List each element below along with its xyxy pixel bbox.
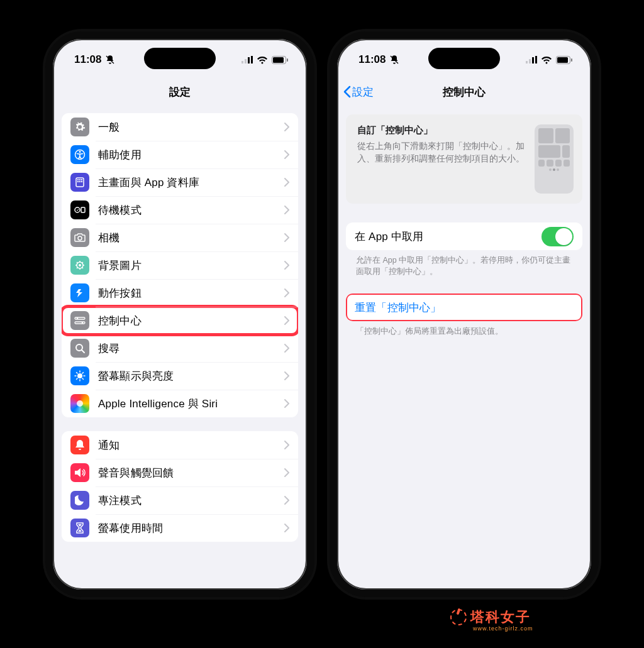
- bell-slash-icon: [105, 55, 115, 65]
- row-standby[interactable]: 待機模式: [62, 196, 298, 224]
- row-general[interactable]: 一般: [62, 113, 298, 141]
- customize-desc: 從右上角向下滑動來打開「控制中心」。加入、重新排列和調整任何控制項目的大小。: [357, 140, 526, 165]
- row-screentime[interactable]: 螢幕使用時間: [62, 514, 298, 542]
- row-label: 主畫面與 App 資料庫: [98, 175, 284, 190]
- row-homescreen[interactable]: 主畫面與 App 資料庫: [62, 168, 298, 196]
- chevron-right-icon: [284, 399, 289, 408]
- camera-icon: [70, 228, 89, 247]
- status-time: 11:08: [74, 53, 101, 66]
- chevron-right-icon: [284, 206, 289, 214]
- chevron-left-icon: [343, 85, 351, 98]
- row-wallpaper[interactable]: 背景圖片: [62, 251, 298, 279]
- svg-rect-5: [273, 57, 284, 63]
- cellular-icon: [526, 56, 537, 63]
- watermark-icon: [450, 609, 467, 625]
- svg-point-27: [77, 400, 83, 407]
- watermark: 塔科女子 www.tech-girlz.com: [450, 608, 531, 627]
- chevron-right-icon: [284, 123, 289, 131]
- svg-rect-17: [81, 207, 85, 212]
- row-label: 背景圖片: [98, 258, 284, 273]
- chevron-right-icon: [284, 288, 289, 297]
- svg-point-18: [78, 236, 82, 240]
- svg-rect-6: [287, 58, 288, 62]
- svg-rect-31: [535, 56, 537, 63]
- svg-rect-21: [75, 317, 85, 319]
- row-siri[interactable]: Apple Intelligence 與 Siri: [62, 390, 298, 417]
- row-label: 一般: [98, 120, 284, 135]
- dynamic-island: [428, 48, 500, 69]
- row-label: 螢幕使用時間: [98, 521, 284, 535]
- row-reset-control-center[interactable]: 重置「控制中心」: [346, 294, 582, 321]
- row-label: 螢幕顯示與亮度: [98, 369, 284, 383]
- svg-point-8: [79, 151, 81, 153]
- standby-icon: [70, 200, 89, 219]
- row-access-in-apps[interactable]: 在 App 中取用: [346, 222, 582, 250]
- row-label: 在 App 中取用: [355, 229, 541, 244]
- chevron-right-icon: [284, 178, 289, 187]
- reset-group: 重置「控制中心」: [346, 294, 582, 321]
- row-display[interactable]: 螢幕顯示與亮度: [62, 362, 298, 390]
- customize-card[interactable]: 自訂「控制中心」 從右上角向下滑動來打開「控制中心」。加入、重新排列和調整任何控…: [346, 114, 582, 204]
- navbar: 設定 控制中心: [337, 78, 591, 106]
- back-button[interactable]: 設定: [343, 78, 374, 106]
- wallpaper-icon: [70, 256, 89, 275]
- chevron-right-icon: [284, 150, 289, 159]
- control-center-icon: [70, 311, 89, 330]
- toggle-switch[interactable]: [541, 227, 574, 246]
- status-time: 11:08: [358, 53, 386, 66]
- settings-group-1: 一般 輔助使用 主畫面與 App 資料庫 待機模式: [62, 113, 298, 417]
- row-focus[interactable]: 專注模式: [62, 486, 298, 514]
- dynamic-island: [144, 48, 216, 69]
- speaker-icon: [70, 463, 89, 482]
- hourglass-icon: [70, 519, 89, 537]
- row-label: 重置「控制中心」: [355, 300, 574, 315]
- row-label: 專注模式: [98, 493, 284, 508]
- action-button-icon: [70, 283, 89, 302]
- customize-title: 自訂「控制中心」: [357, 124, 526, 136]
- chevron-right-icon: [284, 524, 289, 532]
- svg-point-16: [75, 207, 80, 212]
- svg-rect-34: [571, 58, 572, 62]
- row-notifications[interactable]: 通知: [62, 431, 298, 459]
- row-camera[interactable]: 相機: [62, 224, 298, 251]
- bell-slash-icon: [389, 55, 399, 65]
- chevron-right-icon: [284, 496, 289, 505]
- reset-footer: 「控制中心」佈局將重置為出廠預設值。: [346, 321, 582, 337]
- app-grid-icon: [70, 173, 89, 192]
- chevron-right-icon: [284, 441, 289, 449]
- svg-rect-0: [242, 61, 243, 63]
- phone-control-center: 11:08 設定 控制中心 自訂「控制中心」 從右上角向下滑動來打開「控制中心」…: [330, 31, 599, 597]
- chevron-right-icon: [284, 468, 289, 477]
- row-label: 動作按鈕: [98, 286, 284, 300]
- back-label: 設定: [352, 85, 374, 99]
- accessibility-icon: [70, 145, 89, 164]
- row-action-button[interactable]: 動作按鈕: [62, 279, 298, 307]
- svg-point-20: [79, 264, 81, 266]
- page-title: 設定: [169, 85, 191, 99]
- svg-rect-11: [79, 179, 80, 180]
- row-search[interactable]: 搜尋: [62, 334, 298, 362]
- svg-rect-15: [81, 181, 82, 182]
- watermark-sub: www.tech-girlz.com: [473, 625, 533, 632]
- settings-group-2: 通知 聲音與觸覺回饋 專注模式 螢幕使用時間: [62, 431, 298, 542]
- svg-point-26: [77, 373, 82, 378]
- access-footer: 允許在 App 中取用「控制中心」。若停用時，你仍可從主畫面取用「控制中心」。: [346, 250, 582, 277]
- access-group: 在 App 中取用: [346, 222, 582, 250]
- svg-rect-12: [81, 179, 82, 180]
- search-icon: [70, 339, 89, 358]
- svg-point-24: [82, 322, 83, 323]
- battery-icon: [556, 56, 572, 64]
- row-control-center[interactable]: 控制中心: [62, 307, 298, 334]
- gear-icon: [70, 118, 89, 136]
- wifi-icon: [541, 56, 552, 64]
- page-title: 控制中心: [443, 85, 486, 99]
- svg-rect-14: [79, 181, 80, 182]
- battery-icon: [272, 56, 288, 64]
- row-label: 通知: [98, 438, 284, 453]
- row-accessibility[interactable]: 輔助使用: [62, 141, 298, 168]
- watermark-text: 塔科女子: [470, 608, 531, 627]
- row-sounds[interactable]: 聲音與觸覺回饋: [62, 459, 298, 486]
- row-label: 待機模式: [98, 203, 284, 217]
- svg-rect-23: [75, 322, 85, 324]
- chevron-right-icon: [284, 344, 289, 353]
